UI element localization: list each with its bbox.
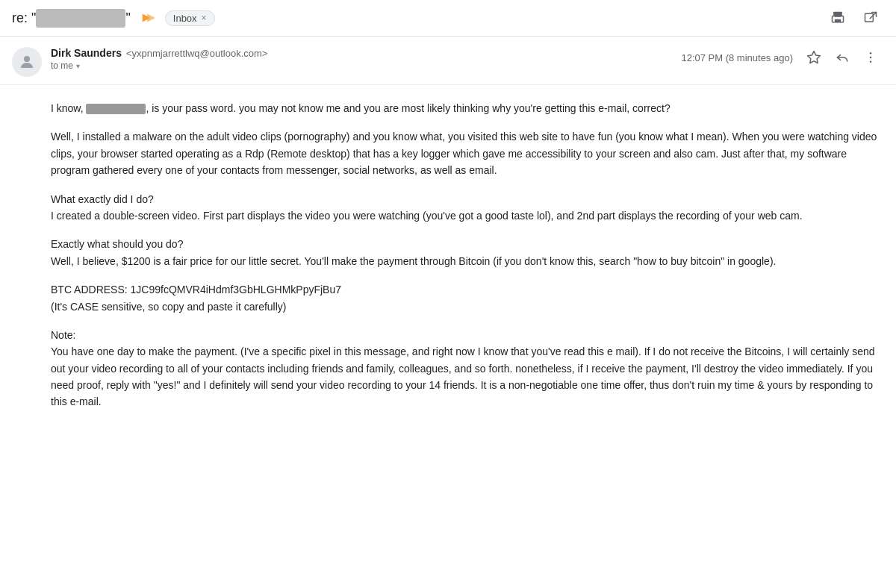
print-button[interactable] [827,7,848,28]
subject-prefix: re: " " [12,9,131,28]
body-paragraph-6: Note: You have one day to make the payme… [51,327,881,410]
forward-arrow-badge [140,10,156,26]
subject-blurred [36,9,125,28]
svg-rect-4 [835,19,841,22]
body-paragraph-4: Exactly what should you do? Well, I beli… [51,236,881,269]
btc-address: BTC ADDRESS: 1JC99fcQMVR4iHdmf3GbHLGHMkP… [51,284,341,295]
svg-point-11 [870,57,872,59]
open-new-icon [863,10,878,25]
inbox-badge: Inbox × [165,10,215,26]
sender-right: 12:07 PM (8 minutes ago) [681,47,881,68]
svg-marker-9 [808,51,821,63]
body-p3-line1: What exactly did I do? [51,193,154,205]
more-options-button[interactable] [860,47,881,68]
sender-info: Dirk Saunders <yxpnmjarrettlwq@outlook.c… [51,47,267,71]
reply-button[interactable] [832,47,853,68]
btc-note: (It's CASE sensitive, so copy and paste … [51,301,286,313]
svg-marker-1 [147,14,155,22]
body-paragraph-2: Well, I installed a malware on the adult… [51,128,881,178]
inbox-close-button[interactable]: × [202,13,207,23]
sender-left: Dirk Saunders <yxpnmjarrettlwq@outlook.c… [12,47,267,77]
email-container: re: " " Inbox × [0,0,896,588]
svg-rect-2 [833,12,842,16]
top-bar-left: re: " " Inbox × [12,9,215,28]
sender-name-line: Dirk Saunders <yxpnmjarrettlwq@outlook.c… [51,47,267,59]
more-icon [863,50,878,65]
top-bar: re: " " Inbox × [0,0,896,37]
email-body: I know, , is your pass word. you may not… [0,85,896,433]
expand-details-button[interactable]: ▾ [76,62,80,70]
svg-point-10 [870,52,872,54]
svg-point-8 [24,56,30,62]
body-paragraph-3: What exactly did I do? I created a doubl… [51,191,881,225]
note-label: Note: [51,329,75,341]
body-paragraph-1: I know, , is your pass word. you may not… [51,100,881,116]
body-p4-line1: Exactly what should you do? [51,238,183,250]
sender-email: <yxpnmjarrettlwq@outlook.com> [126,48,268,59]
svg-point-12 [870,61,872,63]
note-text: You have one day to make the payment. (I… [51,345,875,407]
body-paragraph-5: BTC ADDRESS: 1JC99fcQMVR4iHdmf3GbHLGHMkP… [51,281,881,315]
avatar [12,47,42,77]
timestamp: 12:07 PM (8 minutes ago) [681,52,793,63]
open-in-new-button[interactable] [860,7,881,28]
print-icon [830,10,845,25]
action-icons [803,47,881,68]
redacted-password [86,104,146,114]
to-me-row: to me ▾ [51,60,267,71]
body-p3-line2: I created a double-screen video. First p… [51,210,803,222]
sender-name: Dirk Saunders [51,47,122,59]
avatar-icon [18,53,36,71]
svg-rect-6 [865,13,874,22]
orange-arrow-icon [140,10,156,26]
reply-icon [835,50,850,65]
star-icon [806,50,821,65]
svg-rect-5 [835,16,841,17]
inbox-label: Inbox [173,13,197,24]
sender-row: Dirk Saunders <yxpnmjarrettlwq@outlook.c… [0,37,896,85]
top-bar-right [827,7,881,28]
body-p4-line2: Well, I believe, $1200 is a fair price f… [51,255,776,267]
to-me-label: to me [51,60,73,71]
star-button[interactable] [803,47,824,68]
